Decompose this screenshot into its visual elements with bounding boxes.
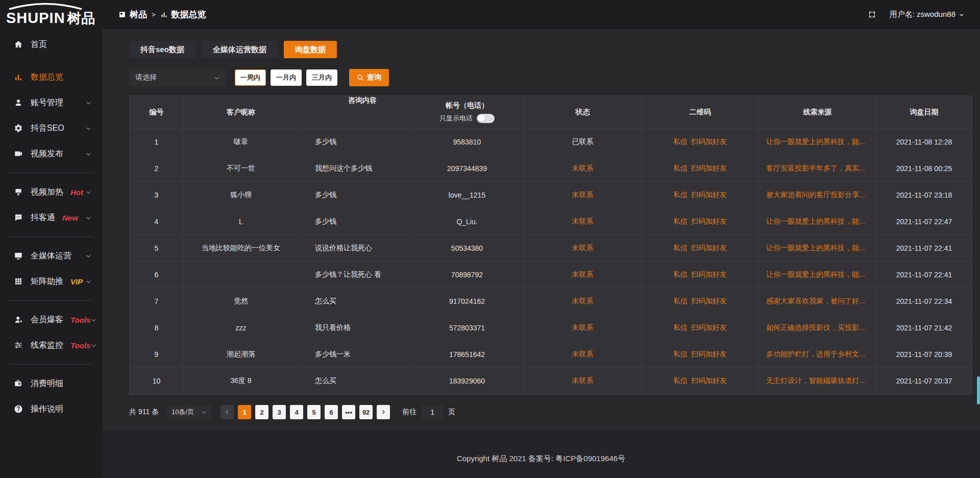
cell-qrcode: 私信扫码加好友: [642, 129, 759, 155]
user-menu[interactable]: 用户名: zswodun88: [890, 10, 965, 19]
page-button-4[interactable]: 4: [290, 405, 303, 419]
question-icon: [14, 404, 23, 414]
qr-link[interactable]: 私信: [673, 190, 688, 200]
qr-link[interactable]: 私信: [673, 376, 688, 386]
cell-account: 2097344839: [410, 155, 524, 181]
qr-link[interactable]: 私信: [673, 270, 688, 279]
range-button-一周内[interactable]: 一周内: [235, 69, 266, 86]
source-link[interactable]: 无主灯设计，智能磁吸轨道灯...: [766, 376, 865, 386]
cell-date: 2021-11-07 22:41: [876, 261, 972, 288]
sidebar-item-chat[interactable]: 抖客通New: [0, 205, 102, 230]
page-ellipsis-button[interactable]: •••: [342, 405, 355, 419]
qr-link[interactable]: 私信: [673, 244, 688, 253]
page-size-select[interactable]: 10条/页: [166, 405, 211, 419]
source-link[interactable]: 让你一眼就爱上的黑科技，能...: [766, 217, 865, 226]
sidebar-item-home[interactable]: 首页: [0, 32, 102, 57]
page-button-92[interactable]: 92: [359, 405, 373, 419]
qr-link[interactable]: 扫码加好友: [691, 323, 727, 332]
tab-全媒体运营数据[interactable]: 全媒体运营数据: [202, 41, 278, 58]
cell-date: 2021-11-08 00:25: [876, 155, 972, 181]
fullscreen-icon[interactable]: [868, 10, 876, 19]
sidebar-item-grid[interactable]: 矩阵助推VIP: [0, 269, 102, 294]
page-button-5[interactable]: 5: [307, 405, 321, 419]
qr-link[interactable]: 扫码加好友: [691, 376, 727, 386]
sidebar-item-user[interactable]: 账号管理: [0, 90, 102, 115]
qr-link[interactable]: 私信: [673, 350, 688, 359]
cell-no: 9: [130, 341, 184, 367]
cell-date: 2021-11-07 22:34: [876, 288, 972, 314]
qr-link[interactable]: 私信: [673, 217, 688, 226]
range-button-三月内[interactable]: 三月内: [306, 69, 337, 86]
qr-link[interactable]: 私信: [673, 323, 688, 332]
qr-link[interactable]: 扫码加好友: [691, 190, 727, 200]
qr-link[interactable]: 扫码加好友: [691, 137, 727, 147]
qr-link[interactable]: 私信: [673, 164, 688, 173]
source-link[interactable]: 被大家追着问的客厅投影分享...: [766, 190, 865, 200]
next-page-button[interactable]: [377, 405, 390, 419]
qr-link[interactable]: 私信: [673, 137, 688, 147]
goto-page-input[interactable]: [422, 405, 443, 419]
sidebar-item-question[interactable]: 操作说明: [0, 396, 102, 422]
query-button[interactable]: 查询: [349, 69, 389, 86]
cell-nickname: L: [184, 208, 299, 234]
page-button-3[interactable]: 3: [273, 405, 286, 419]
source-link[interactable]: 如何正确选择投影仪，买投影...: [766, 323, 865, 332]
chevron-down-icon: [85, 151, 92, 157]
sidebar-item-heat[interactable]: 视频加热Hot: [0, 179, 102, 205]
cell-content: 多少钱: [299, 182, 410, 208]
qr-link[interactable]: 私信: [673, 297, 688, 306]
username-label: 用户名: zswodun88: [890, 10, 955, 19]
qr-link[interactable]: 扫码加好友: [691, 350, 727, 359]
source-link[interactable]: 客厅安装投影半年多了，真实...: [766, 164, 865, 173]
phone-only-toggle[interactable]: [477, 114, 495, 123]
app-logo[interactable]: SHUPIN树品: [0, 0, 102, 27]
goto-suffix: 页: [448, 408, 455, 417]
sidebar-item-sliders[interactable]: 线索监控Tools: [0, 332, 102, 358]
panel-icon: [118, 11, 126, 18]
cell-content: 多少钱？让我死心 看: [299, 261, 410, 288]
breadcrumb-item[interactable]: 树品: [118, 9, 147, 20]
sidebar-menu: 首页数据总览账号管理抖音SEO视频发布视频加热Hot抖客通New全媒体运营矩阵助…: [0, 27, 102, 422]
copyright-text: Copyright 树品 2021 备案号: 粤ICP备09019646号: [457, 454, 625, 478]
sidebar-item-label: 视频发布: [31, 149, 63, 159]
sidebar-item-gear[interactable]: 抖音SEO: [0, 115, 102, 141]
tab-询盘数据[interactable]: 询盘数据: [284, 41, 337, 58]
sidebar-item-video[interactable]: 视频发布: [0, 141, 102, 166]
home-icon: [14, 40, 23, 49]
sidebar-item-chart[interactable]: 数据总览: [0, 64, 102, 90]
page-button-2[interactable]: 2: [255, 405, 268, 419]
qr-link[interactable]: 扫码加好友: [691, 270, 727, 279]
range-button-一月内[interactable]: 一月内: [271, 69, 302, 86]
source-link[interactable]: 让你一眼就爱上的黑科技，能...: [766, 137, 865, 147]
account-select[interactable]: 请选择: [129, 69, 226, 86]
breadcrumb: 树品>数据总览: [118, 9, 206, 20]
source-link[interactable]: 让你一眼就爱上的黑科技，能...: [766, 270, 865, 279]
cell-account: 50534380: [410, 235, 524, 261]
page-button-6[interactable]: 6: [325, 405, 338, 419]
cell-source: 被大家追着问的客厅投影分享...: [759, 182, 876, 208]
cell-status: 未联系: [524, 368, 642, 394]
qr-link[interactable]: 扫码加好友: [691, 244, 727, 253]
prev-page-button[interactable]: [220, 405, 234, 419]
scrollbar-thumb[interactable]: [977, 376, 980, 404]
page-button-1[interactable]: 1: [238, 405, 251, 419]
qr-link[interactable]: 扫码加好友: [691, 297, 727, 306]
sidebar-item-monitor[interactable]: 全媒体运营: [0, 243, 102, 269]
source-link[interactable]: 让你一眼就爱上的黑科技，能...: [766, 244, 865, 253]
sidebar-item-label: 矩阵助推: [31, 276, 63, 287]
breadcrumb-item[interactable]: 数据总览: [160, 9, 206, 20]
source-link[interactable]: 多功能护栏灯，适用于乡村文...: [766, 350, 865, 359]
source-link[interactable]: 感谢大家喜欢我家，被问了好...: [766, 297, 865, 306]
qr-link[interactable]: 扫码加好友: [691, 217, 727, 226]
sidebar-item-wallet[interactable]: 消费明细: [0, 371, 102, 396]
cell-content: 我只看价格: [299, 315, 410, 341]
sidebar-item-label: 线索监控: [31, 340, 63, 351]
tab-抖音seo数据[interactable]: 抖音seo数据: [129, 41, 195, 58]
sidebar-item-member[interactable]: 会员爆客Tools: [0, 307, 102, 332]
qr-link[interactable]: 扫码加好友: [691, 164, 727, 173]
cell-nickname: 觉然: [184, 288, 299, 314]
cell-content: 多少钱: [299, 129, 410, 155]
cell-account: 9583810: [410, 129, 524, 155]
sidebar-divider: [9, 173, 93, 173]
cell-status: 未联系: [524, 288, 642, 314]
